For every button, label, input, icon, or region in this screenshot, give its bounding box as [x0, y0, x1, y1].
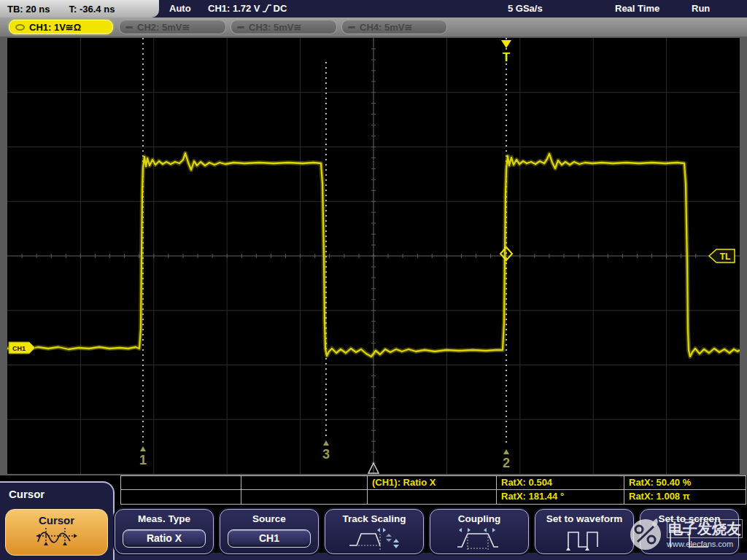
- result-pi-cell: RatX: 1.008 π: [624, 490, 746, 505]
- trigger-level: CH1: 1.72 V: [208, 3, 260, 14]
- coupling-button[interactable]: Coupling: [430, 509, 529, 554]
- source-button[interactable]: Source CH1: [220, 509, 319, 554]
- source-value[interactable]: CH1: [228, 529, 311, 548]
- measurement-results-table: (CH1): Ratio X RatX: 0.504 RatX: 50.40 %…: [120, 475, 746, 505]
- waveform-svg: 132 T TL CH1: [7, 38, 740, 474]
- channel-indicator-icon: [15, 24, 25, 31]
- cursor-panel-title: Cursor: [0, 483, 113, 500]
- track-scaling-icon: [345, 526, 403, 551]
- tab-ch1[interactable]: CH1: 1V≅Ω: [9, 20, 113, 34]
- set-to-screen-title: Set to screen: [640, 513, 738, 524]
- set-to-screen-button[interactable]: Set to screen: [640, 509, 739, 554]
- sample-rate: 5 GSa/s: [508, 3, 543, 14]
- acquisition-mode: Real Time: [615, 3, 659, 14]
- trigger-time-value: T: -36.4 ns: [69, 4, 115, 15]
- result-source-cell: (CH1): Ratio X: [368, 475, 497, 490]
- meas-type-button[interactable]: Meas. Type Ratio X: [115, 509, 214, 554]
- run-status: Run: [692, 3, 710, 14]
- tab-ch4[interactable]: CH4: 5mV≅: [341, 20, 447, 34]
- top-status-bar: TB: 20 ns T: -36.4 ns Auto CH1: 1.72 VDC…: [0, 0, 747, 18]
- track-scaling-title: Track Scaling: [325, 513, 423, 524]
- cursor-arrow-icon: [323, 440, 329, 446]
- tab-ch1-label: CH1: 1V≅Ω: [29, 22, 81, 33]
- timebase-value: TB: 20 ns: [7, 4, 50, 15]
- channel-indicator-icon: [348, 26, 355, 28]
- channel-indicator-icon: [125, 26, 133, 28]
- coupling-title: Coupling: [430, 513, 528, 524]
- meas-type-value[interactable]: Ratio X: [123, 529, 206, 548]
- cursor-button[interactable]: Cursor: [5, 509, 108, 556]
- trigger-level-label: TL: [720, 252, 731, 262]
- waveform-display: 132 T TL CH1: [7, 38, 740, 474]
- result-cell: [121, 490, 241, 505]
- set-to-screen-icon: [660, 526, 719, 551]
- oscilloscope-screen: TB: 20 ns T: -36.4 ns Auto CH1: 1.72 VDC…: [0, 0, 747, 560]
- result-cell: [121, 475, 241, 490]
- result-percent-cell: RatX: 50.40 %: [624, 475, 746, 490]
- timebase-section: TB: 20 ns T: -36.4 ns: [0, 0, 159, 18]
- trigger-settings: CH1: 1.72 VDC: [208, 3, 287, 15]
- trigger-coupling: DC: [274, 3, 287, 14]
- result-ratio-cell: RatX: 0.504: [497, 475, 624, 490]
- set-to-waveform-icon: [555, 526, 614, 551]
- tab-ch3-label: CH3: 5mV≅: [249, 22, 301, 33]
- trigger-status-section: Auto CH1: 1.72 VDC 5 GSa/s Real Time Run: [159, 0, 747, 18]
- cursor-label-3: 3: [322, 447, 330, 462]
- result-cell: [368, 490, 497, 505]
- set-to-waveform-button[interactable]: Set to waveform: [535, 509, 634, 554]
- channel-tab-strip: CH1: 1V≅Ω CH2: 5mV≅ CH3: 5mV≅ CH4: 5mV≅: [0, 18, 747, 36]
- meas-type-title: Meas. Type: [115, 513, 213, 524]
- trigger-position-icon[interactable]: [501, 40, 511, 48]
- coupling-icon: [450, 526, 508, 551]
- result-cell: [241, 490, 368, 505]
- tab-ch3[interactable]: CH3: 5mV≅: [231, 20, 337, 34]
- tab-ch2-label: CH2: 5mV≅: [137, 22, 190, 33]
- cursor-arrow-icon: [503, 449, 509, 454]
- rising-edge-icon: [262, 4, 272, 15]
- cursor-arrow-icon: [140, 446, 146, 451]
- cursor-label-1: 1: [139, 453, 147, 467]
- cursor-waveform-icon: [34, 526, 80, 547]
- result-degrees-cell: RatX: 181.44 °: [497, 490, 624, 505]
- tab-ch2[interactable]: CH2: 5mV≅: [119, 20, 226, 34]
- track-scaling-button[interactable]: Track Scaling: [325, 509, 424, 554]
- ch1-ground-label: CH1: [12, 345, 26, 352]
- display-bezel: 132 T TL CH1: [0, 36, 747, 475]
- cursor-button-label: Cursor: [6, 514, 107, 526]
- trigger-mode: Auto: [169, 3, 191, 14]
- cursor-label-2: 2: [503, 456, 510, 470]
- source-title: Source: [220, 513, 318, 524]
- tab-ch4-label: CH4: 5mV≅: [360, 22, 412, 33]
- set-to-waveform-title: Set to waveform: [535, 513, 633, 524]
- result-cell: [241, 475, 368, 490]
- cursor-panel: Cursor Cursor: [0, 481, 115, 560]
- trigger-marker-label: T: [503, 50, 511, 64]
- channel-indicator-icon: [237, 26, 244, 28]
